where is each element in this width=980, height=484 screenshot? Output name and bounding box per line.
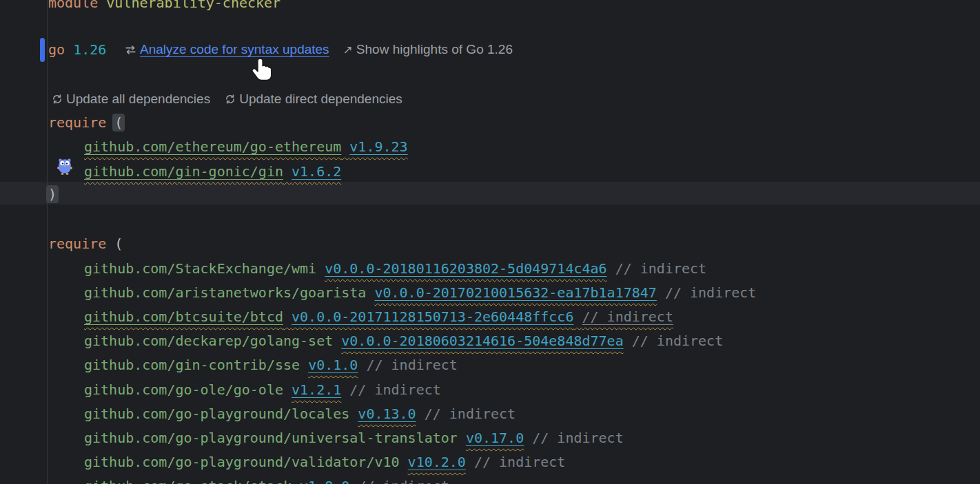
indirect-comment: // indirect bbox=[582, 308, 673, 325]
require-open-line: require ( bbox=[48, 110, 123, 135]
require-line-ethereum: github.com/ethereum/go-ethereum v1.9.23 bbox=[84, 134, 408, 159]
require-line-goarista: github.com/aristanetworks/goarista v0.0.… bbox=[84, 280, 756, 305]
package-name[interactable]: github.com/btcsuite/btcd bbox=[84, 308, 283, 325]
indirect-comment: // indirect bbox=[615, 260, 706, 277]
package-version[interactable]: v0.0.0-20170210015632-ea17b1a17847 bbox=[374, 284, 656, 301]
require-line-gin: github.com/gin-gonic/gin v1.6.2 bbox=[84, 159, 341, 184]
package-name[interactable]: github.com/deckarep/golang-set bbox=[84, 333, 333, 349]
hand-cursor-icon bbox=[251, 56, 274, 86]
package-version[interactable]: v0.0.0-20171128150713-2e60448ffcc6 bbox=[292, 308, 573, 325]
require-line-go-ole: github.com/go-ole/go-ole v1.2.1 // indir… bbox=[84, 377, 441, 402]
package-version[interactable]: v0.17.0 bbox=[466, 430, 524, 446]
show-highlights-label[interactable]: Show highlights of Go 1.26 bbox=[356, 42, 513, 57]
refresh-icon bbox=[52, 94, 63, 105]
package-name[interactable]: github.com/StackExchange/wmi bbox=[84, 260, 316, 277]
go-keyword: go bbox=[48, 41, 65, 58]
package-name[interactable]: github.com/aristanetworks/goarista bbox=[84, 284, 366, 301]
require-line-validator: github.com/go-playground/validator/v10 v… bbox=[84, 450, 565, 474]
package-version[interactable]: v0.0.0-20180603214616-504e848d77ea bbox=[341, 333, 623, 349]
indirect-comment: // indirect bbox=[632, 333, 723, 349]
package-version[interactable]: v0.0.0-20180116203802-5d049714c4a6 bbox=[325, 260, 606, 277]
package-version[interactable]: v1.8.0 bbox=[300, 478, 349, 484]
gutter-separator bbox=[47, 0, 48, 484]
indirect-comment: // indirect bbox=[425, 406, 515, 422]
package-version[interactable]: v10.2.0 bbox=[408, 454, 466, 470]
package-version[interactable]: v1.9.23 bbox=[349, 138, 407, 155]
require-line-golang-set: github.com/deckarep/golang-set v0.0.0-20… bbox=[84, 328, 723, 353]
package-name[interactable]: github.com/go-playground/validator/v10 bbox=[84, 454, 400, 470]
require-keyword: require bbox=[48, 114, 106, 131]
module-keyword: module bbox=[48, 0, 98, 11]
indirect-comment: // indirect bbox=[358, 478, 449, 484]
package-version[interactable]: v1.2.1 bbox=[292, 381, 341, 398]
open-paren-highlighted: ( bbox=[112, 114, 125, 131]
open-paren: ( bbox=[114, 235, 123, 252]
analyze-code-action[interactable]: Analyze code for syntax updates bbox=[125, 42, 329, 57]
package-name[interactable]: github.com/go-ole/go-ole bbox=[84, 381, 283, 398]
analyze-code-link[interactable]: Analyze code for syntax updates bbox=[140, 42, 329, 57]
package-version[interactable]: v1.6.2 bbox=[292, 163, 341, 180]
refresh-icon bbox=[225, 94, 236, 105]
package-name[interactable]: github.com/go-playground/universal-trans… bbox=[84, 430, 458, 446]
indirect-comment: // indirect bbox=[474, 454, 565, 470]
gomod-editor: module vulnerability-checker go 1.26 Ana… bbox=[0, 0, 980, 484]
require-line-btcd: github.com/btcsuite/btcd v0.0.0-20171128… bbox=[84, 304, 673, 329]
package-name[interactable]: github.com/gin-contrib/sse bbox=[84, 357, 300, 373]
package-name[interactable]: github.com/go-playground/locales bbox=[84, 406, 349, 422]
go-version-line: go 1.26 bbox=[48, 37, 106, 62]
update-direct-dependencies-action[interactable]: Update direct dependencies bbox=[225, 92, 402, 107]
package-version[interactable]: v0.1.0 bbox=[308, 357, 358, 373]
require-line-universal-translator: github.com/go-playground/universal-trans… bbox=[84, 425, 624, 450]
require-line-stack: github.com/go-stack/stack v1.8.0 // indi… bbox=[84, 474, 449, 484]
show-highlights-action[interactable]: ↗ Show highlights of Go 1.26 bbox=[343, 42, 513, 57]
update-all-dependencies-action[interactable]: Update all dependencies bbox=[52, 92, 210, 107]
caret-row-highlight bbox=[0, 182, 980, 204]
update-all-label[interactable]: Update all dependencies bbox=[66, 92, 210, 107]
update-direct-label[interactable]: Update direct dependencies bbox=[239, 92, 402, 107]
module-name: vulnerability-checker bbox=[106, 0, 280, 11]
gopher-icon[interactable] bbox=[57, 158, 72, 178]
require-close-line: ) bbox=[48, 182, 57, 207]
external-link-arrow-icon: ↗ bbox=[343, 43, 353, 56]
module-line: module vulnerability-checker bbox=[48, 0, 280, 15]
close-paren-highlighted: ) bbox=[46, 185, 59, 203]
indirect-comment: // indirect bbox=[349, 381, 440, 398]
require-line-locales: github.com/go-playground/locales v0.13.0… bbox=[84, 401, 515, 426]
indirect-comment: // indirect bbox=[366, 357, 457, 373]
indirect-comment: // indirect bbox=[532, 430, 623, 446]
package-name[interactable]: github.com/ethereum/go-ethereum bbox=[84, 138, 341, 155]
package-version[interactable]: v0.13.0 bbox=[358, 406, 416, 422]
indirect-comment: // indirect bbox=[665, 284, 756, 301]
go-version-number: 1.26 bbox=[73, 41, 106, 58]
require-line-wmi: github.com/StackExchange/wmi v0.0.0-2018… bbox=[84, 256, 706, 281]
require-keyword: require bbox=[48, 235, 106, 252]
sync-icon bbox=[125, 44, 136, 56]
package-name[interactable]: github.com/go-stack/stack bbox=[84, 478, 292, 484]
require-open-line-2: require ( bbox=[48, 231, 123, 256]
text-caret bbox=[40, 38, 45, 62]
package-name[interactable]: github.com/gin-gonic/gin bbox=[84, 163, 283, 180]
require-line-sse: github.com/gin-contrib/sse v0.1.0 // ind… bbox=[84, 353, 458, 377]
